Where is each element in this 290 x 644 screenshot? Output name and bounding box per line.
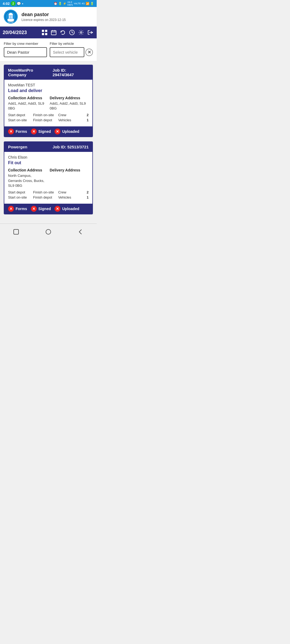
filter-vehicle-label: Filter by vehicle	[50, 42, 93, 46]
job-2-uploaded-label: Uploaded	[62, 207, 79, 211]
job-1-id: Job ID: 29474/3647	[53, 68, 89, 77]
job-2-collection-label: Collection Address	[8, 168, 47, 172]
svg-rect-8	[42, 33, 44, 35]
profile-licence: Licence expires on 2023-12-15	[21, 18, 66, 22]
close-icon: ✕	[85, 49, 93, 56]
job-1-delivery-label: Delivery Address	[50, 96, 89, 100]
uploaded-x-icon: ✕	[55, 129, 60, 134]
job-2-address-row: Collection Address North Campus,Gerrards…	[8, 168, 89, 188]
job-2-uploaded-item[interactable]: ✕ Uploaded	[55, 206, 79, 212]
job-1-finish-onsite: Finish on-site	[33, 113, 58, 117]
job-1-delivery-col: Delivery Address Add1, Add2, Add3, SL9 0…	[50, 96, 89, 111]
job-1-uploaded-label: Uploaded	[62, 129, 79, 134]
filter-crew-input[interactable]	[4, 47, 47, 57]
signal-icon: 📶	[86, 2, 89, 5]
svg-rect-6	[42, 30, 44, 32]
job-2-forms-item[interactable]: ✕ Forms	[8, 206, 27, 212]
job-card-1-footer: ✕ Forms ✕ Signed ✕ Uploaded	[4, 126, 92, 137]
job-2-vehicles-label: Vehicles	[58, 195, 83, 199]
nav-back-button[interactable]	[76, 227, 85, 237]
job-card-2[interactable]: Powergen Job ID: 52513/3721 Chris Elson …	[4, 141, 93, 214]
status-time: 4:02	[3, 2, 10, 6]
job-1-vehicles-count: 1	[83, 118, 89, 122]
refresh-icon[interactable]	[59, 29, 67, 36]
volte-icon: VoLTE	[74, 2, 81, 5]
job2-forms-x-icon: ✕	[8, 206, 14, 212]
wifi-icon: 2	[11, 1, 16, 6]
settings-icon[interactable]	[77, 29, 85, 36]
job-2-vehicles-count: 1	[83, 195, 89, 199]
job-2-crew-count: 2	[83, 190, 89, 194]
job-2-finish-depot: Finish depot	[33, 195, 58, 199]
clear-vehicle-button[interactable]: ✕	[85, 49, 93, 56]
bluetooth-icon: ⚡	[63, 2, 67, 5]
svg-point-18	[46, 229, 51, 234]
svg-point-15	[80, 32, 82, 33]
avatar	[4, 10, 18, 24]
nav-home-button[interactable]	[44, 227, 53, 237]
job2-uploaded-x-icon: ✕	[55, 206, 60, 212]
status-bar: 4:02 2 💬 • ⏰ 🔋 ⚡ 24.0KB/S VoLTE 4G 📶 🔋	[0, 0, 97, 7]
svg-rect-7	[45, 30, 47, 32]
filter-crew-group: Filter by crew member	[4, 42, 47, 57]
filter-vehicle-input[interactable]	[50, 47, 84, 57]
network-4g: 4G	[82, 2, 85, 5]
job-card-2-header: Powergen Job ID: 52513/3721	[4, 142, 92, 152]
job-2-start-onsite: Start on-site	[8, 195, 33, 199]
job-1-crew-count: 2	[83, 113, 89, 117]
job-1-start-onsite: Start on-site	[8, 118, 33, 122]
nav-bar	[0, 224, 97, 240]
job-card-2-footer: ✕ Forms ✕ Signed ✕ Uploaded	[4, 204, 92, 214]
toolbar: 20/04/2023	[0, 27, 97, 38]
grid-icon[interactable]	[41, 29, 48, 36]
job-1-finish-depot: Finish depot	[33, 118, 58, 122]
filter-section: Filter by crew member Filter by vehicle …	[0, 38, 97, 61]
job-1-collection-col: Collection Address Add1, Add2, Add3, SL9…	[8, 96, 47, 111]
svg-rect-17	[14, 229, 19, 234]
job-1-forms-item[interactable]: ✕ Forms	[8, 129, 27, 134]
profile-header: dean pastor Licence expires on 2023-12-1…	[0, 7, 97, 27]
job-card-1-body: MoveMan TEST Load and deliver Collection…	[4, 80, 92, 126]
forms-x-icon: ✕	[8, 129, 14, 134]
job-card-1[interactable]: MoveManPro Company Job ID: 29474/3647 Mo…	[4, 65, 93, 137]
nav-square-button[interactable]	[11, 227, 21, 237]
job-1-forms-label: Forms	[16, 129, 27, 134]
job2-signed-x-icon: ✕	[31, 206, 37, 212]
clock-icon[interactable]	[68, 29, 76, 36]
job-2-delivery-col: Delivery Address	[50, 168, 89, 188]
job-1-contact: MoveMan TEST	[8, 83, 89, 87]
calendar-icon[interactable]	[50, 29, 57, 36]
dot-indicator: •	[22, 2, 23, 6]
profile-info: dean pastor Licence expires on 2023-12-1…	[21, 12, 66, 22]
job-2-forms-label: Forms	[16, 207, 27, 211]
job-2-delivery-label: Delivery Address	[50, 168, 89, 172]
job-2-start-depot: Start depot	[8, 190, 33, 194]
battery-icon: 🔋	[90, 2, 94, 5]
job-2-company: Powergen	[8, 145, 27, 149]
job-1-logistics-row-2: Start on-site Finish depot Vehicles 1	[8, 118, 89, 122]
logout-icon[interactable]	[86, 29, 94, 36]
job-1-start-depot: Start depot	[8, 113, 33, 117]
data-speed: 24.0KB/S	[67, 1, 73, 6]
job-1-uploaded-item[interactable]: ✕ Uploaded	[55, 129, 79, 134]
filter-crew-label: Filter by crew member	[4, 42, 47, 46]
job-2-crew-label: Crew	[58, 190, 83, 194]
job-card-2-body: Chris Elson Fit out Collection Address N…	[4, 152, 92, 204]
job-2-signed-item[interactable]: ✕ Signed	[31, 206, 51, 212]
job-2-collection-address: North Campus,Gerrards Cross, Bucks,SL9 0…	[8, 173, 47, 188]
svg-rect-9	[45, 33, 47, 35]
whatsapp-icon: 💬	[17, 2, 21, 6]
job-1-company: MoveManPro Company	[8, 68, 53, 77]
job-2-contact: Chris Elson	[8, 155, 89, 159]
svg-rect-10	[51, 31, 56, 35]
signed-x-icon: ✕	[31, 129, 37, 134]
job-1-collection-label: Collection Address	[8, 96, 47, 100]
alarm-icon: ⏰	[54, 2, 57, 5]
job-1-signed-item[interactable]: ✕ Signed	[31, 129, 51, 134]
job-2-id: Job ID: 52513/3721	[53, 145, 89, 149]
filter-vehicle-group: Filter by vehicle ✕	[50, 42, 93, 57]
job-2-logistics-row-2: Start on-site Finish depot Vehicles 1	[8, 195, 89, 199]
job-2-type: Fit out	[8, 160, 89, 165]
job-1-signed-label: Signed	[38, 129, 51, 134]
job-1-vehicles-label: Vehicles	[58, 118, 83, 122]
